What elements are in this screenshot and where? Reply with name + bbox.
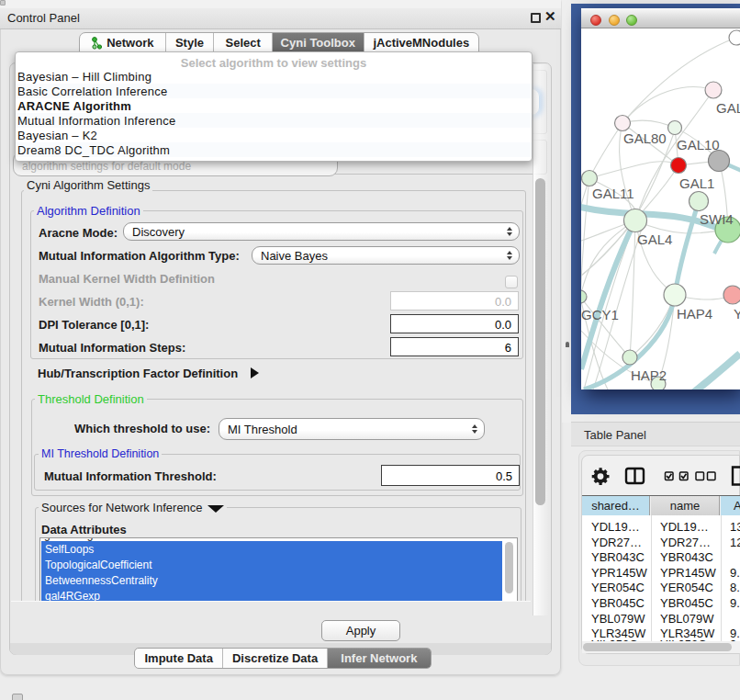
svg-text:GCY1: GCY1	[581, 307, 619, 322]
svg-text:HAP4: HAP4	[677, 306, 712, 322]
svg-text:SWI4: SWI4	[700, 211, 734, 227]
svg-text:Y: Y	[734, 306, 740, 322]
svg-text:GAL1: GAL1	[679, 175, 714, 191]
svg-text:GAL: GAL	[716, 100, 740, 116]
svg-text:GAL11: GAL11	[592, 186, 634, 201]
svg-text:GAL4: GAL4	[637, 231, 672, 247]
svg-text:GAL80: GAL80	[623, 130, 667, 146]
svg-text:GAL10: GAL10	[677, 137, 720, 152]
svg-text:HAP2: HAP2	[631, 367, 667, 383]
